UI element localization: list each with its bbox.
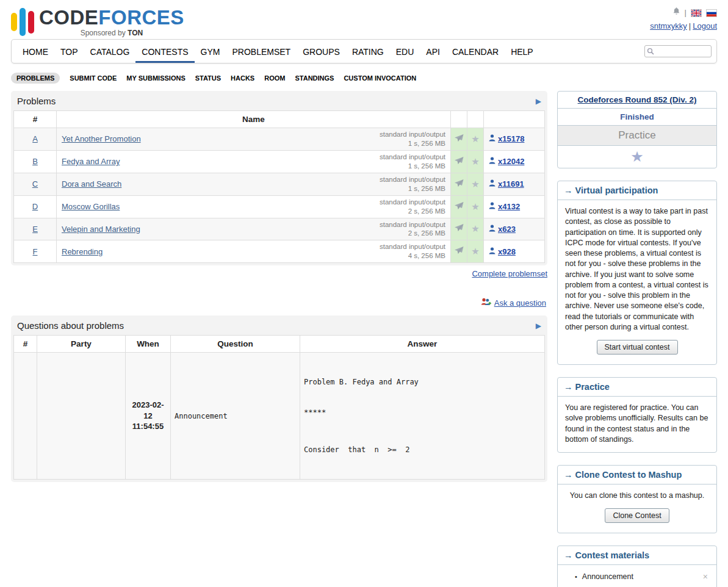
submit-paper-plane-icon[interactable]: [455, 134, 464, 142]
favorite-star-icon[interactable]: ★: [471, 223, 479, 234]
ask-question-link[interactable]: Ask a question: [494, 298, 546, 308]
col-header-favorite: [467, 111, 484, 128]
question-row: 2023-02-12 11:54:55 Announcement Problem…: [14, 353, 545, 480]
favorite-star-icon[interactable]: ★: [471, 179, 479, 189]
problem-name-cell: Yet Another Promotion standard input/out…: [62, 130, 445, 148]
main-nav-item[interactable]: HOME: [16, 40, 54, 63]
subnav-item[interactable]: STATUS: [195, 73, 221, 84]
subnav-item[interactable]: PROBLEMS: [11, 73, 60, 84]
problem-letter-link[interactable]: B: [32, 157, 38, 166]
main-nav-item[interactable]: TOP: [54, 40, 84, 63]
problem-title-link[interactable]: Velepin and Marketing: [62, 225, 140, 234]
problem-row: C Dora and Search standard input/output …: [14, 173, 545, 195]
sponsored-prefix: Sponsored by: [81, 29, 128, 37]
subnav-item[interactable]: SUBMIT CODE: [70, 73, 117, 84]
logout-link[interactable]: Logout: [693, 21, 717, 31]
subnav-item[interactable]: HACKS: [231, 73, 254, 84]
problem-title-link[interactable]: Fedya and Array: [62, 157, 120, 166]
close-icon[interactable]: ×: [702, 572, 709, 582]
problem-title-link[interactable]: Moscow Gorillas: [62, 202, 120, 211]
questions-table: # Party When Question Answer 2023-0: [13, 335, 545, 480]
main-nav-item[interactable]: EDU: [390, 40, 420, 63]
flag-russian-icon[interactable]: [706, 9, 717, 17]
practice-text: You are registered for practice. You can…: [565, 403, 708, 444]
contest-materials-list: • Announcement × • Tutorial ×: [558, 567, 716, 587]
contest-material-link[interactable]: Announcement: [582, 572, 702, 581]
problem-title-link[interactable]: Yet Another Promotion: [62, 134, 141, 143]
codeforces-logo[interactable]: CODEFORCES Sponsored by TON: [11, 6, 184, 38]
submit-paper-plane-icon[interactable]: [455, 157, 464, 165]
problems-header-row: # Name: [14, 111, 545, 128]
problem-letter-link[interactable]: D: [32, 202, 38, 211]
submit-paper-plane-icon[interactable]: [455, 224, 464, 232]
main-nav-item[interactable]: CONTESTS: [135, 40, 194, 63]
problem-letter-link[interactable]: F: [33, 247, 38, 256]
main-nav-item[interactable]: GYM: [195, 40, 226, 63]
submit-paper-plane-icon[interactable]: [455, 179, 464, 187]
expand-arrow-icon[interactable]: ▶: [536, 322, 541, 330]
main-nav-item[interactable]: CATALOG: [84, 40, 136, 63]
content: Problems ▶ # Name: [0, 91, 728, 587]
question-text: Announcement: [171, 353, 300, 480]
favorite-star-icon[interactable]: ★: [471, 156, 479, 167]
question-time: 11:54:55: [129, 421, 167, 432]
main-nav-item[interactable]: PROBLEMSET: [226, 40, 297, 63]
submit-paper-plane-icon[interactable]: [455, 202, 464, 210]
clone-contest-button[interactable]: Clone Contest: [605, 508, 669, 523]
contest-title-link[interactable]: Codeforces Round 852 (Div. 2): [578, 95, 697, 104]
favorite-star-icon[interactable]: ★: [471, 246, 479, 256]
problem-name-cell: Fedya and Array standard input/output 1 …: [62, 153, 445, 171]
problem-io-type: standard input/output: [380, 130, 445, 139]
main-nav: HOMETOPCATALOGCONTESTSGYMPROBLEMSETGROUP…: [11, 39, 717, 63]
section-arrow-icon: →: [564, 382, 573, 392]
solved-count-link[interactable]: x623: [498, 225, 516, 234]
col-header-number: #: [14, 111, 57, 128]
start-virtual-contest-button[interactable]: Start virtual contest: [597, 340, 678, 355]
solved-count-link[interactable]: x11691: [498, 179, 524, 189]
questions-header-row: # Party When Question Answer: [14, 336, 545, 353]
solved-count-link[interactable]: x928: [498, 247, 516, 256]
problem-title-link[interactable]: Rebrending: [62, 247, 103, 256]
subnav-item[interactable]: MY SUBMISSIONS: [126, 73, 185, 84]
problem-letter-link[interactable]: E: [32, 225, 38, 234]
submit-paper-plane-icon[interactable]: [455, 247, 464, 254]
problem-title-link[interactable]: Dora and Search: [62, 179, 121, 189]
practice-box: →Practice You are registered for practic…: [557, 377, 717, 453]
expand-arrow-icon[interactable]: ▶: [536, 97, 541, 106]
solved-count-link[interactable]: x12042: [498, 157, 524, 166]
complete-problemset-row: Complete problemset: [11, 269, 547, 278]
subnav-item[interactable]: STANDINGS: [295, 73, 334, 84]
main-nav-item[interactable]: RATING: [346, 40, 390, 63]
main-nav-item[interactable]: GROUPS: [297, 40, 346, 63]
problem-row: B Fedya and Array standard input/output …: [14, 150, 545, 173]
questions-section: Questions about problems ▶ # Party When …: [11, 315, 547, 482]
contest-materials-box: →Contest materials • Announcement × • Tu…: [557, 546, 717, 587]
clone-contest-text: You can clone this contest to a mashup.: [570, 491, 705, 500]
col-header-name: Name: [57, 111, 451, 128]
contest-subnav: PROBLEMSSUBMIT CODEMY SUBMISSIONSSTATUSH…: [11, 73, 717, 84]
problem-letter-link[interactable]: C: [32, 179, 38, 189]
main-nav-item[interactable]: API: [420, 40, 446, 63]
virtual-participation-body: Virtual contest is a way to take part in…: [558, 200, 716, 364]
problem-letter-link[interactable]: A: [32, 134, 38, 143]
solved-count-link[interactable]: x4132: [498, 202, 520, 211]
flag-english-icon[interactable]: [691, 9, 702, 17]
subnav-item[interactable]: CUSTOM INVOCATION: [344, 73, 416, 84]
answer-line: Problem B. Fedya and Array: [304, 377, 541, 387]
solved-count-link[interactable]: x15178: [498, 134, 524, 143]
favorite-star-icon[interactable]: ★: [471, 201, 479, 212]
search-input[interactable]: [644, 45, 712, 57]
main-nav-item[interactable]: HELP: [505, 40, 539, 63]
notifications-bell-icon[interactable]: [672, 6, 680, 20]
main-nav-item[interactable]: CALENDAR: [446, 40, 505, 63]
solved-count-cell: x15178: [489, 134, 541, 143]
col-header-party: Party: [37, 336, 126, 353]
complete-problemset-link[interactable]: Complete problemset: [472, 269, 547, 278]
clone-contest-body: You can clone this contest to a mashup. …: [558, 484, 716, 533]
question-date: 2023-02-12: [129, 400, 167, 421]
username-link[interactable]: sntmxykky: [650, 21, 687, 31]
favorite-star-icon[interactable]: ★: [471, 134, 479, 144]
contest-favorite-star-icon[interactable]: ★: [558, 146, 716, 168]
subnav-item[interactable]: ROOM: [264, 73, 285, 84]
solved-count-cell: x928: [489, 247, 541, 256]
